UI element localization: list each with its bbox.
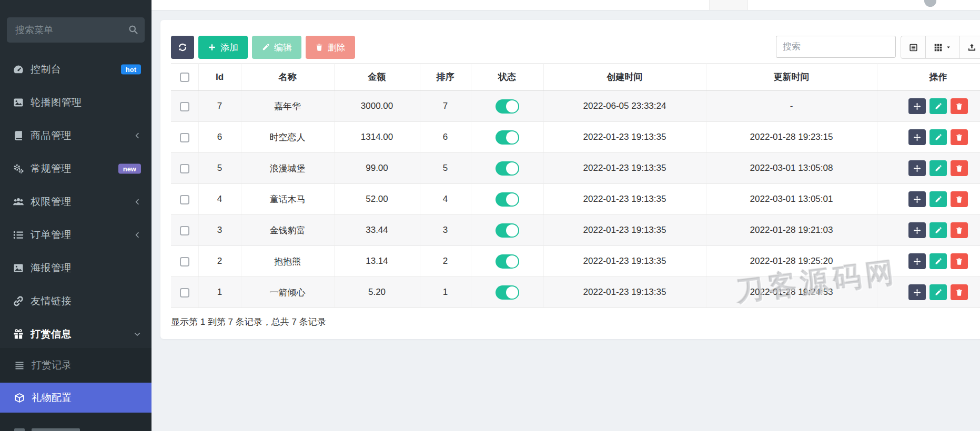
row-actions: [877, 222, 980, 238]
status-toggle[interactable]: [496, 161, 519, 176]
status-toggle[interactable]: [496, 285, 519, 300]
move-row-button[interactable]: [908, 129, 926, 145]
cell-amount: 99.00: [334, 153, 420, 184]
row-checkbox[interactable]: [180, 195, 189, 204]
sidebar-search-input[interactable]: [7, 17, 145, 43]
nav-tab-remnant[interactable]: [709, 0, 748, 10]
export-button[interactable]: [959, 36, 980, 59]
cell-created: 2022-01-23 19:13:35: [543, 277, 706, 308]
cell-updated: -: [706, 91, 877, 122]
row-checkbox[interactable]: [180, 164, 189, 173]
toggle-view-button[interactable]: [901, 36, 926, 59]
sidebar-item-控制台[interactable]: 控制台hot: [0, 53, 151, 86]
delete-row-button[interactable]: [951, 191, 968, 207]
cell-updated: 2022-03-01 13:05:01: [706, 184, 877, 215]
edit-row-button[interactable]: [930, 98, 947, 114]
move-row-button[interactable]: [908, 222, 926, 238]
delete-row-button[interactable]: [951, 160, 968, 176]
cell-created: 2022-01-23 19:13:35: [543, 122, 706, 153]
column-header-排序: 排序: [420, 64, 471, 91]
move-row-button[interactable]: [908, 253, 926, 269]
delete-row-button[interactable]: [951, 222, 968, 238]
cell-sort: 7: [420, 91, 471, 122]
column-header-状态: 状态: [471, 64, 543, 91]
move-row-button[interactable]: [908, 98, 926, 114]
trash-icon: [315, 43, 324, 52]
pencil-icon: [934, 227, 942, 234]
delete-row-button[interactable]: [951, 98, 968, 114]
cell-created: 2022-01-23 19:13:35: [543, 153, 706, 184]
edit-row-button[interactable]: [930, 253, 947, 269]
row-checkbox[interactable]: [180, 133, 189, 142]
delete-button[interactable]: 删除: [306, 36, 355, 59]
edit-row-button[interactable]: [930, 284, 947, 300]
sidebar-subitem-礼物配置[interactable]: 礼物配置: [0, 383, 151, 413]
move-row-button[interactable]: [908, 191, 926, 207]
move-icon: [913, 134, 921, 141]
delete-row-button[interactable]: [951, 129, 968, 145]
column-header-更新时间: 更新时间: [706, 64, 877, 91]
move-icon: [913, 258, 921, 265]
status-toggle[interactable]: [496, 130, 519, 145]
move-row-button[interactable]: [908, 284, 926, 300]
row-checkbox[interactable]: [180, 226, 189, 235]
sidebar: 控制台hot轮播图管理商品管理常规管理new权限管理订单管理海报管理友情链接打赏…: [0, 0, 151, 431]
sidebar-item-海报管理[interactable]: 海报管理: [0, 251, 151, 284]
row-checkbox[interactable]: [180, 288, 189, 297]
edit-button[interactable]: 编辑: [252, 36, 301, 59]
table-row: 4童话木马52.0042022-01-23 19:13:352022-03-01…: [171, 184, 980, 215]
cube-icon: [14, 393, 25, 403]
cell-created: 2022-01-23 19:13:35: [543, 246, 706, 277]
export-icon: [967, 43, 976, 52]
pencil-icon: [934, 289, 942, 296]
edit-row-button[interactable]: [930, 160, 947, 176]
delete-row-button[interactable]: [951, 253, 968, 269]
edit-row-button[interactable]: [930, 222, 947, 238]
add-button[interactable]: 添加: [198, 36, 248, 59]
sidebar-item-商品管理[interactable]: 商品管理: [0, 119, 151, 152]
edit-row-button[interactable]: [930, 191, 947, 207]
edit-button-label: 编辑: [274, 42, 292, 54]
row-actions: [877, 253, 980, 269]
sidebar-subitem-partial[interactable]: [0, 413, 151, 431]
search-icon: [128, 24, 138, 35]
sidebar-item-label: 常规管理: [31, 162, 72, 176]
status-toggle[interactable]: [496, 223, 519, 238]
sidebar-search: [7, 17, 145, 43]
status-toggle[interactable]: [496, 99, 519, 114]
sidebar-subitem-label: 打赏记录: [32, 358, 72, 372]
cell-amount: 52.00: [334, 184, 420, 215]
list-lines-icon: [14, 360, 25, 371]
trash-icon: [955, 196, 963, 203]
delete-button-label: 删除: [328, 42, 346, 54]
status-toggle[interactable]: [496, 192, 519, 207]
sidebar-subitem-打赏记录[interactable]: 打赏记录: [0, 348, 151, 383]
toggle-knob: [506, 162, 518, 175]
edit-row-button[interactable]: [930, 129, 947, 145]
sidebar-item-友情链接[interactable]: 友情链接: [0, 284, 151, 317]
sidebar-item-轮播图管理[interactable]: 轮播图管理: [0, 86, 151, 119]
chevron-left-icon: [134, 198, 141, 206]
sidebar-item-权限管理[interactable]: 权限管理: [0, 185, 151, 218]
columns-button[interactable]: [926, 36, 959, 59]
sidebar-item-打赏信息[interactable]: 打赏信息: [0, 317, 151, 351]
row-checkbox[interactable]: [180, 102, 189, 111]
user-avatar[interactable]: [924, 0, 936, 7]
move-row-button[interactable]: [908, 160, 926, 176]
select-all-checkbox[interactable]: [180, 73, 189, 82]
toggle-knob: [506, 255, 518, 268]
row-checkbox[interactable]: [180, 257, 189, 266]
cell-sort: 3: [420, 215, 471, 246]
table-row: 7嘉年华3000.0072022-06-05 23:33:24-: [171, 91, 980, 122]
delete-row-button[interactable]: [951, 284, 968, 300]
trash-icon: [955, 134, 963, 141]
sidebar-item-订单管理[interactable]: 订单管理: [0, 218, 151, 251]
status-toggle[interactable]: [496, 254, 519, 269]
sidebar-item-label: 海报管理: [31, 261, 72, 275]
sidebar-item-常规管理[interactable]: 常规管理new: [0, 152, 151, 185]
cell-sort: 4: [420, 184, 471, 215]
move-icon: [913, 165, 921, 172]
refresh-button[interactable]: [171, 36, 194, 59]
cell-sort: 2: [420, 246, 471, 277]
table-search-input[interactable]: [776, 36, 896, 58]
